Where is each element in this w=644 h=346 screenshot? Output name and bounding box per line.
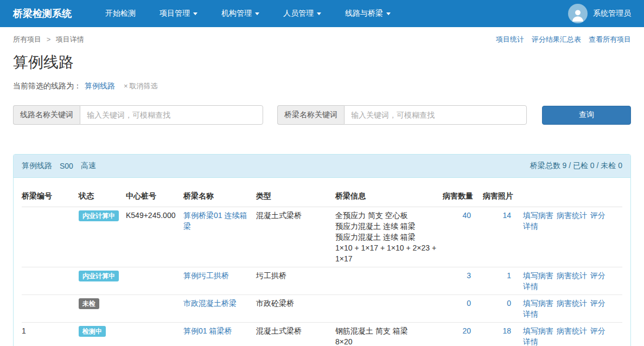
bridge-name-link[interactable]: 算例圬工拱桥 xyxy=(183,271,229,280)
status-badge: 未检 xyxy=(79,298,99,309)
cell-actions: 填写病害病害统计评分详情 xyxy=(523,267,622,295)
bridge-keyword-label: 桥梁名称关键词 xyxy=(277,105,344,125)
photo-count-link[interactable]: 14 xyxy=(502,211,511,220)
project-stats-link[interactable]: 项目统计 xyxy=(496,35,524,44)
search-row: 线路名称关键词 桥梁名称关键词 查询 xyxy=(13,105,631,125)
nav-item-org-management[interactable]: 机构管理 xyxy=(209,0,271,27)
cell-bridge-name: 算例01 箱梁桥 xyxy=(183,323,256,346)
score-link[interactable]: 评分 xyxy=(590,211,605,220)
cell-photo-count: 0 xyxy=(483,295,523,323)
defect-count-link[interactable]: 3 xyxy=(467,271,471,280)
defect-count-link[interactable]: 40 xyxy=(462,211,471,220)
panel-line-name: 算例线路 xyxy=(22,161,52,171)
bridge-info-line: 全预应力 简支 空心板 xyxy=(335,210,438,221)
nav-item-lines-and-bridges[interactable]: 线路与桥梁 xyxy=(333,0,403,27)
breadcrumb: 所有项目 > 项目详情 xyxy=(13,35,84,44)
fill-defect-link[interactable]: 填写病害 xyxy=(523,271,553,280)
defect-count-link[interactable]: 0 xyxy=(467,299,471,307)
detail-link[interactable]: 详情 xyxy=(523,282,538,291)
cell-bridge-type: 市政砼梁桥 xyxy=(256,295,335,323)
query-button[interactable]: 查询 xyxy=(542,106,631,125)
bridge-name-link[interactable]: 算例桥梁01 连续箱梁 xyxy=(183,211,247,230)
status-badge: 检测中 xyxy=(79,326,106,337)
cell-center-stake xyxy=(126,323,183,346)
header-links: 项目统计 评分结果汇总表 查看所有项目 xyxy=(496,35,631,44)
app-brand[interactable]: 桥梁检测系统 xyxy=(13,7,72,20)
col-header-bridge-name: 桥梁名称 xyxy=(183,186,256,207)
bridge-keyword-input[interactable] xyxy=(344,105,527,125)
cell-center-stake xyxy=(126,295,183,323)
bridge-info-line: 8×20 xyxy=(335,336,438,346)
filter-bar: 当前筛选的线路为： 算例线路 ×取消筛选 xyxy=(13,81,631,91)
cell-bridge-no: 1 xyxy=(22,323,79,346)
cell-bridge-type: 混凝土式梁桥 xyxy=(256,207,335,267)
clear-filter-button[interactable]: ×取消筛选 xyxy=(124,81,158,91)
col-header-status: 状态 xyxy=(79,186,126,207)
status-badge: 内业计算中 xyxy=(79,271,119,281)
fill-defect-link[interactable]: 填写病害 xyxy=(523,211,553,220)
table-header-row: 桥梁编号 状态 中心桩号 桥梁名称 类型 桥梁信息 病害数量 病害照片 xyxy=(22,186,622,207)
table-row: 内业计算中算例圬工拱桥圬工拱桥31填写病害病害统计评分详情 xyxy=(22,267,622,295)
detail-link[interactable]: 详情 xyxy=(523,337,538,346)
col-header-bridge-no: 桥梁编号 xyxy=(22,186,79,207)
cell-defect-count: 0 xyxy=(443,295,483,323)
photo-count-link[interactable]: 18 xyxy=(502,326,511,335)
chevron-down-icon xyxy=(255,12,259,15)
cell-center-stake xyxy=(126,267,183,295)
cell-status: 未检 xyxy=(79,295,126,323)
score-link[interactable]: 评分 xyxy=(590,271,605,280)
defect-stats-link[interactable]: 病害统计 xyxy=(557,299,587,307)
nav-item-personnel-management[interactable]: 人员管理 xyxy=(271,0,333,27)
cell-photo-count: 18 xyxy=(483,323,523,346)
cell-defect-count: 40 xyxy=(443,207,483,267)
cell-bridge-name: 市政混凝土桥梁 xyxy=(183,295,256,323)
fill-defect-link[interactable]: 填写病害 xyxy=(523,326,553,335)
nav-item-project-management[interactable]: 项目管理 xyxy=(148,0,209,27)
defect-stats-link[interactable]: 病害统计 xyxy=(557,271,587,280)
cell-bridge-info: 全预应力 简支 空心板预应力混凝土 连续 箱梁预应力混凝土 连续 箱梁1×10 … xyxy=(335,207,443,267)
nav-menu: 开始检测 项目管理 机构管理 人员管理 线路与桥梁 xyxy=(93,0,403,27)
cell-status: 内业计算中 xyxy=(79,267,126,295)
cell-bridge-type: 圬工拱桥 xyxy=(256,267,335,295)
cell-photo-count: 1 xyxy=(483,267,523,295)
cell-photo-count: 14 xyxy=(483,207,523,267)
photo-count-link[interactable]: 1 xyxy=(507,271,511,280)
table-row: 未检市政混凝土桥梁市政砼梁桥00填写病害病害统计评分详情 xyxy=(22,295,622,323)
cell-bridge-name: 算例桥梁01 连续箱梁 xyxy=(183,207,256,267)
detail-link[interactable]: 详情 xyxy=(523,222,538,230)
line-panel-body: 桥梁编号 状态 中心桩号 桥梁名称 类型 桥梁信息 病害数量 病害照片 内业计算… xyxy=(14,178,630,346)
cell-bridge-info: 钢筋混凝土 简支 箱梁8×20 xyxy=(335,323,443,346)
score-link[interactable]: 评分 xyxy=(590,326,605,335)
defect-stats-link[interactable]: 病害统计 xyxy=(557,211,587,220)
navbar-user-area[interactable]: 系统管理员 xyxy=(568,4,631,23)
photo-count-link[interactable]: 0 xyxy=(507,299,511,307)
score-summary-link[interactable]: 评分结果汇总表 xyxy=(532,35,581,44)
cell-defect-count: 3 xyxy=(443,267,483,295)
bridge-info-line: 1×10 + 1×17 + 1×10 + 2×23 + 1×17 xyxy=(335,242,438,264)
breadcrumb-all-projects[interactable]: 所有项目 xyxy=(13,35,41,43)
bridge-name-link[interactable]: 算例01 箱梁桥 xyxy=(183,326,232,335)
cell-actions: 填写病害病害统计评分详情 xyxy=(523,323,622,346)
cell-status: 内业计算中 xyxy=(79,207,126,267)
user-avatar[interactable] xyxy=(568,4,588,23)
defect-count-link[interactable]: 20 xyxy=(462,326,471,335)
view-all-projects-link[interactable]: 查看所有项目 xyxy=(589,35,631,44)
detail-link[interactable]: 详情 xyxy=(523,310,538,318)
table-row: 1检测中算例01 箱梁桥混凝土式梁桥钢筋混凝土 简支 箱梁8×202018填写病… xyxy=(22,323,622,346)
col-header-bridge-info: 桥梁信息 xyxy=(335,186,443,207)
score-link[interactable]: 评分 xyxy=(590,299,605,307)
table-row: 内业计算中K549+245.000算例桥梁01 连续箱梁混凝土式梁桥全预应力 简… xyxy=(22,207,622,267)
line-keyword-input[interactable] xyxy=(80,105,263,125)
person-icon xyxy=(570,8,585,23)
filtered-line-link[interactable]: 算例线路 xyxy=(85,81,115,91)
cell-status: 检测中 xyxy=(79,323,126,346)
bridge-name-link[interactable]: 市政混凝土桥梁 xyxy=(183,299,237,307)
col-header-center-stake: 中心桩号 xyxy=(126,186,183,207)
fill-defect-link[interactable]: 填写病害 xyxy=(523,299,553,307)
panel-line-code: S00 xyxy=(60,162,73,170)
bridge-info-line: 预应力混凝土 连续 箱梁 xyxy=(335,221,438,232)
line-keyword-group: 线路名称关键词 xyxy=(13,105,263,125)
nav-item-start-inspection[interactable]: 开始检测 xyxy=(93,0,148,27)
defect-stats-link[interactable]: 病害统计 xyxy=(557,326,587,335)
nav-item-label: 人员管理 xyxy=(283,9,314,18)
